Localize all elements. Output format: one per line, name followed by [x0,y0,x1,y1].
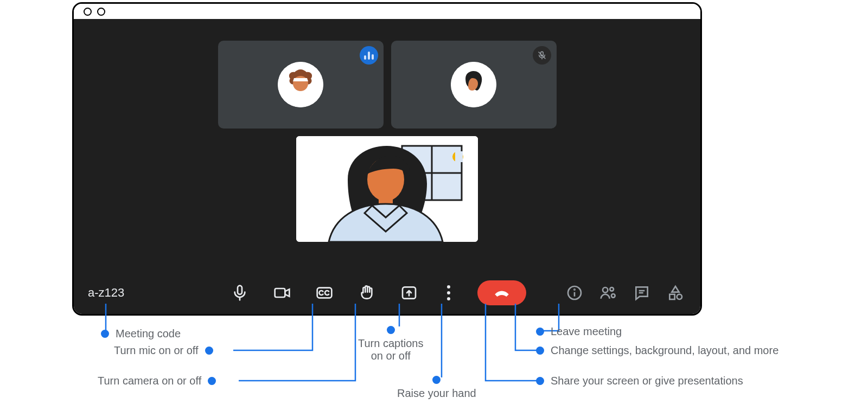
svg-point-19 [610,287,614,291]
participant-tile[interactable] [218,41,384,129]
annotation-leave: Leave meeting [536,325,622,338]
right-side-icons [558,282,700,304]
svg-rect-12 [275,288,285,297]
annotation-camera: Turn camera on or off [98,375,216,387]
muted-mic-icon [533,46,551,65]
svg-rect-8 [455,151,463,162]
annotation-dot-icon [432,376,441,384]
mic-toggle-button[interactable] [229,282,251,304]
annotation-dot-icon [101,330,109,338]
annotation-dot-icon [205,347,213,355]
raise-hand-button[interactable] [356,282,378,304]
annotation-dot-icon [208,377,216,385]
annotation-dot-icon [536,347,544,355]
browser-titlebar [74,4,700,19]
leave-call-button[interactable] [477,280,526,305]
participant-grid [74,19,700,129]
annotation-label: Meeting code [116,328,181,340]
svg-rect-11 [238,286,242,294]
meeting-details-button[interactable] [564,282,585,304]
captions-toggle-button[interactable] [314,282,335,304]
meet-app: a-z123 [74,19,700,314]
annotation-label: Change settings, background, layout, and… [551,344,778,357]
activities-panel-button[interactable] [665,282,686,304]
svg-rect-23 [669,294,674,299]
camera-toggle-button[interactable] [271,282,293,304]
annotation-mic: Turn mic on or off [114,344,213,357]
annotation-label: Turn captions on or off [358,337,423,362]
annotation-dot-icon [536,377,544,385]
svg-point-18 [603,287,608,292]
svg-point-20 [611,294,615,298]
window-control-dot [97,8,105,16]
center-controls [224,280,558,305]
more-options-button[interactable] [441,282,457,304]
avatar [451,62,496,107]
annotation-captions: Turn captions on or off [358,326,423,362]
annotation-label: Share your screen or give presentations [551,375,743,387]
self-view-tile[interactable] [296,136,478,242]
svg-point-24 [677,294,682,299]
annotation-label: Leave meeting [551,325,622,338]
participant-tile[interactable] [391,41,557,129]
svg-point-17 [574,289,575,290]
meeting-code: a-z123 [74,286,224,300]
annotation-dot-icon [536,328,544,336]
annotation-meeting-code: Meeting code [101,328,181,340]
present-screen-button[interactable] [398,282,420,304]
annotation-label: Raise your hand [397,387,476,400]
annotation-more: Change settings, background, layout, and… [536,344,778,357]
annotation-hand: Raise your hand [397,376,476,400]
annotation-label: Turn mic on or off [114,344,199,357]
bottom-toolbar: a-z123 [74,272,700,314]
speaking-indicator-icon [360,46,378,65]
browser-window: a-z123 [72,2,702,316]
chat-panel-button[interactable] [631,282,653,304]
annotation-dot-icon [387,326,395,334]
avatar [278,62,323,107]
window-control-dot [84,8,92,16]
diagram-stage: a-z123 [0,0,868,404]
people-panel-button[interactable] [597,282,619,304]
annotation-label: Turn camera on or off [98,375,201,387]
annotation-present: Share your screen or give presentations [536,375,743,387]
